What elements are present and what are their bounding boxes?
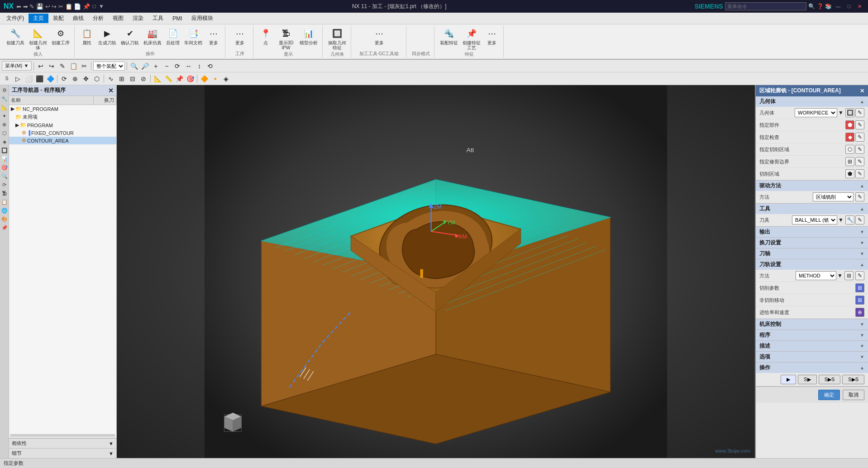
menu-dropdown-btn[interactable]: 菜单(M) ▼ xyxy=(2,61,32,71)
action-btn-s2[interactable]: S▶S xyxy=(819,375,841,384)
action-btn-play[interactable]: ▶ xyxy=(781,375,796,384)
cut-area-icon2[interactable]: ✎ xyxy=(855,169,864,178)
lt-btn-4[interactable]: ✦ xyxy=(0,112,9,120)
nav-close-btn[interactable]: ✕ xyxy=(108,87,114,94)
rp-section-toolpath-header[interactable]: 刀轨设置 ▲ xyxy=(756,259,868,270)
viewport[interactable]: ZM YM XM xyxy=(117,85,755,458)
tb1-btn13[interactable]: ⟲ xyxy=(205,61,215,71)
tool-icon1[interactable]: 🔧 xyxy=(845,215,854,224)
noncutting-icon[interactable]: ⊞ xyxy=(855,296,864,305)
tb2-btn8[interactable]: ✥ xyxy=(81,74,91,84)
tb1-btn5[interactable]: ✂ xyxy=(79,61,89,71)
drive-method-icon[interactable]: ✎ xyxy=(855,192,864,201)
ribbon-btn-more-mfg[interactable]: ⋯ 更多 xyxy=(371,26,388,46)
geom-body-select[interactable]: WORKPIECE xyxy=(795,108,837,117)
cut-params-icon[interactable]: ⊞ xyxy=(855,283,864,292)
lt-btn-14[interactable]: 📋 xyxy=(0,198,9,206)
lt-btn-2[interactable]: 🔧 xyxy=(0,95,9,103)
rp-section-machine-ctrl-header[interactable]: 机床控制 ▼ xyxy=(756,319,868,330)
specify-check-icon1[interactable]: ◆ xyxy=(845,133,854,142)
method-icon[interactable]: ⊞ xyxy=(844,271,854,280)
tb2-btn11[interactable]: ⊞ xyxy=(117,74,127,84)
menu-item-analysis[interactable]: 分析 xyxy=(88,14,108,23)
tb2-btn7[interactable]: ⊕ xyxy=(70,74,80,84)
tb2-btn12[interactable]: ⊟ xyxy=(128,74,138,84)
ribbon-btn-create-op[interactable]: ⚙ 创建工序 xyxy=(50,26,72,46)
ribbon-btn-create-feat-proc[interactable]: 📌 创建特征工艺 xyxy=(461,26,482,51)
tb2-btn2[interactable]: ▷ xyxy=(13,74,23,84)
lt-btn-15[interactable]: 🌐 xyxy=(0,206,9,215)
cut-area-icon1[interactable]: ⬟ xyxy=(845,169,854,178)
ribbon-btn-3dipw[interactable]: 🗜 显示3D IPW xyxy=(275,26,297,51)
ribbon-btn-more-feat[interactable]: ⋯ 更多 xyxy=(483,26,501,46)
tb1-btn2[interactable]: ↪ xyxy=(47,61,57,71)
ribbon-btn-more-seq[interactable]: ⋯ 更多 xyxy=(231,26,248,46)
search-icon[interactable]: 🔍 xyxy=(808,3,815,10)
title-search-input[interactable] xyxy=(725,2,806,10)
lt-btn-11[interactable]: 🔍 xyxy=(0,172,9,180)
trim-boundary-icon1[interactable]: ⊞ xyxy=(845,157,854,166)
method-icon2[interactable]: ✎ xyxy=(855,271,864,280)
menu-item-assembly[interactable]: 装配 xyxy=(48,14,68,23)
ribbon-btn-generate[interactable]: ▶ 生成刀轨 xyxy=(96,26,118,46)
ribbon-btn-extract-geom[interactable]: 🔲 抽取几何特征 xyxy=(326,26,348,51)
ribbon-btn-create-tool[interactable]: 🔧 创建刀具 xyxy=(5,26,26,46)
tb2-btn17[interactable]: 🎯 xyxy=(185,74,195,84)
menu-item-render[interactable]: 渲染 xyxy=(128,14,148,23)
tb1-btn10[interactable]: ⟳ xyxy=(172,61,182,71)
action-btn-s3[interactable]: S▶S xyxy=(842,375,864,384)
nav-item-unused[interactable]: 📁 未用项 xyxy=(9,113,116,121)
ribbon-btn-assembly-feat[interactable]: 🔩 装配特征 xyxy=(438,26,460,46)
tb2-btn6[interactable]: ⟳ xyxy=(59,74,69,84)
tb1-btn9[interactable]: − xyxy=(162,61,172,71)
tb2-btn14[interactable]: 📐 xyxy=(153,74,162,84)
trim-boundary-icon2[interactable]: ✎ xyxy=(855,157,864,166)
menu-item-tools[interactable]: 工具 xyxy=(148,14,168,23)
ok-button[interactable]: 确定 xyxy=(818,390,840,400)
ribbon-btn-doc[interactable]: 📑 车间文档 xyxy=(182,26,204,46)
specify-part-icon1[interactable]: ⬟ xyxy=(845,120,854,129)
ribbon-btn-post[interactable]: 📄 后处理 xyxy=(164,26,181,46)
minimize-btn[interactable]: — xyxy=(834,2,843,11)
tb2-btn19[interactable]: 🔸 xyxy=(210,74,220,84)
tb2-btn1[interactable]: S xyxy=(2,74,12,84)
menu-item-curve[interactable]: 曲线 xyxy=(68,14,88,23)
maximize-btn[interactable]: □ xyxy=(844,2,854,11)
tool-icon2[interactable]: ✎ xyxy=(855,215,864,224)
menu-item-home[interactable]: 主页 xyxy=(29,14,48,23)
cut-region-icon2[interactable]: ✎ xyxy=(855,145,864,154)
specify-part-icon2[interactable]: ✎ xyxy=(855,120,864,129)
lt-btn-6[interactable]: ⬡ xyxy=(0,129,9,137)
rp-section-prog-header[interactable]: 程序 ▼ xyxy=(756,330,868,340)
snap-select[interactable]: 整个装配 xyxy=(93,62,125,71)
tb1-btn4[interactable]: 📋 xyxy=(68,61,78,71)
ribbon-btn-create-geom[interactable]: 📐 创建几何体 xyxy=(27,26,49,51)
tb1-btn8[interactable]: + xyxy=(151,61,161,71)
tb2-btn16[interactable]: 📌 xyxy=(174,74,184,84)
tb2-btn5[interactable]: 🔷 xyxy=(45,74,55,84)
tb1-btn1[interactable]: ↩ xyxy=(36,61,46,71)
rp-section-desc-header[interactable]: 描述 ▼ xyxy=(756,341,868,351)
cut-region-icon1[interactable]: ⬡ xyxy=(845,145,854,154)
tb1-btn11[interactable]: ↔ xyxy=(183,61,193,71)
tb1-btn6[interactable]: 🔍 xyxy=(129,61,139,71)
lt-btn-9[interactable]: 📊 xyxy=(0,155,9,163)
geom-body-icon1[interactable]: 🔲 xyxy=(845,108,854,117)
tb2-btn10[interactable]: ∿ xyxy=(106,74,116,84)
rp-section-tool-change-header[interactable]: 换刀设置 ▼ xyxy=(756,238,868,248)
nav-item-nc-program[interactable]: ▶ 📁 NC_PROGRAM xyxy=(9,105,116,113)
rp-section-axis-header[interactable]: 刀轴 ▼ xyxy=(756,248,868,259)
nav-item-contour-area[interactable]: ⚙ CONTOUR_AREA xyxy=(9,137,116,144)
nav-item-program[interactable]: ▶ 📁 PROGRAM xyxy=(9,121,116,129)
menu-item-view[interactable]: 视图 xyxy=(108,14,128,23)
menu-item-file[interactable]: 文件(F) xyxy=(2,14,29,23)
drive-method-select[interactable]: 区域铣削 xyxy=(813,192,854,201)
tb1-btn7[interactable]: 🔎 xyxy=(140,61,150,71)
nav-section-details[interactable]: 细节 ▼ xyxy=(9,448,116,458)
ribbon-btn-attr[interactable]: 📋 属性 xyxy=(78,26,95,46)
ribbon-btn-point[interactable]: 📍 点 xyxy=(257,26,274,46)
feedrate-icon[interactable]: ⊕ xyxy=(855,308,864,317)
lt-btn-5[interactable]: ⊕ xyxy=(0,120,9,129)
menu-item-app[interactable]: 应用模块 xyxy=(187,14,218,23)
geom-body-icon2[interactable]: ✎ xyxy=(855,108,864,117)
